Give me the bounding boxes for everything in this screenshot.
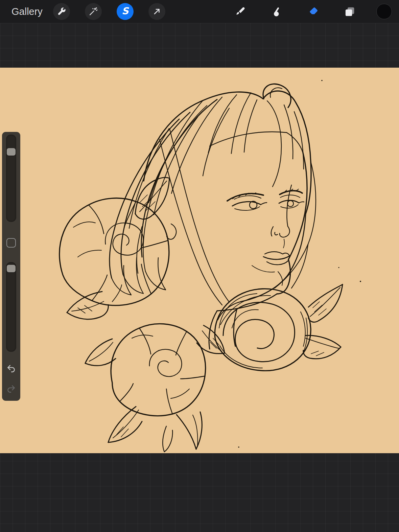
wrench-icon [57,7,66,16]
transform-arrow-icon [152,7,162,16]
adjustments-button[interactable] [85,3,102,20]
artwork-line-drawing [0,68,399,453]
canvas[interactable] [0,68,399,453]
erase-button[interactable] [305,3,322,20]
workspace-background [0,23,399,532]
actions-button[interactable] [53,3,70,20]
selection-button[interactable]: S [117,3,134,20]
undo-arrow-icon [6,364,16,374]
selection-s-icon: S [122,6,128,16]
paintbrush-icon [235,6,246,17]
opacity-slider[interactable] [6,262,16,352]
paint-button[interactable] [232,3,249,20]
brush-size-slider[interactable] [6,135,16,222]
color-button[interactable] [376,3,393,20]
layers-icon [344,6,355,17]
opacity-handle[interactable] [7,265,16,272]
color-swatch-icon [376,4,392,19]
transform-button[interactable] [148,3,165,20]
magic-wand-icon [89,7,98,16]
brush-size-handle[interactable] [7,148,16,156]
smudge-finger-icon [272,6,282,17]
eraser-icon [308,6,319,17]
smudge-button[interactable] [268,3,285,20]
modify-button[interactable] [6,238,16,248]
top-toolbar: Gallery S [0,0,399,23]
redo-button[interactable] [6,384,16,394]
undo-button[interactable] [6,364,16,374]
layers-button[interactable] [341,3,358,20]
gallery-button[interactable]: Gallery [11,0,43,23]
redo-arrow-icon [6,384,16,394]
sidebar-controls [2,132,20,401]
